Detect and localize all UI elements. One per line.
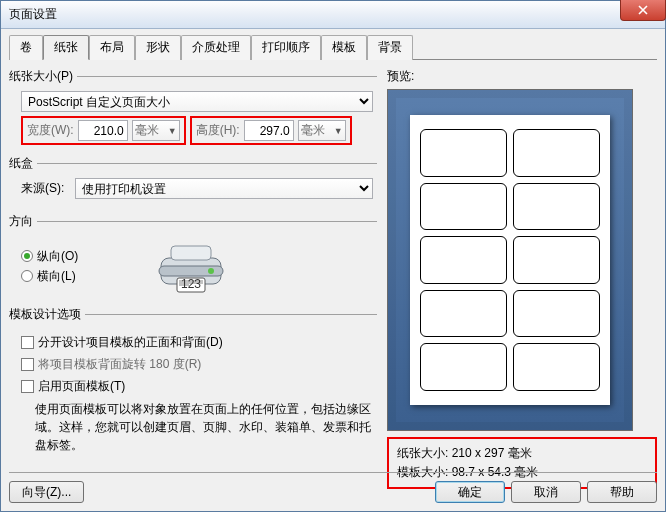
preview-box: [387, 89, 633, 431]
radio-portrait[interactable]: 纵向(O): [21, 248, 121, 265]
svg-point-3: [208, 268, 214, 274]
chk-rotate-back: 将项目模板背面旋转 180 度(R): [21, 356, 373, 373]
group-paper-size: 纸张大小(P) PostScript 自定义页面大小 宽度(W): 毫米▼ 高度…: [9, 68, 377, 147]
radio-landscape-indicator: [21, 270, 33, 282]
help-button[interactable]: 帮助: [587, 481, 657, 503]
height-input[interactable]: [244, 120, 294, 141]
template-help-text: 使用页面模板可以将对象放置在页面上的任何位置，包括边缘区域。这样，您就可以创建页…: [35, 400, 373, 454]
printer-icon: 123: [151, 236, 231, 296]
width-label: 宽度(W):: [27, 122, 74, 139]
preview-label-cell: [420, 343, 507, 391]
tab-bar: 卷 纸张 布局 形状 介质处理 打印顺序 模板 背景: [9, 35, 657, 60]
width-highlight: 宽度(W): 毫米▼: [21, 116, 186, 145]
preview-label-cell: [513, 129, 600, 177]
preview-page: [410, 115, 610, 405]
svg-text:123: 123: [181, 277, 201, 291]
tab-template[interactable]: 模板: [321, 35, 367, 60]
window-title: 页面设置: [5, 6, 57, 23]
close-button[interactable]: [620, 0, 666, 21]
radio-portrait-indicator: [21, 250, 33, 262]
width-unit-select[interactable]: 毫米▼: [132, 120, 180, 141]
height-unit-select[interactable]: 毫米▼: [298, 120, 346, 141]
paper-size-select[interactable]: PostScript 自定义页面大小: [21, 91, 373, 112]
group-tray: 纸盒 来源(S): 使用打印机设置: [9, 155, 377, 205]
height-highlight: 高度(H): 毫米▼: [190, 116, 352, 145]
template-options-label: 模板设计选项: [9, 306, 81, 323]
preview-label-cell: [420, 290, 507, 338]
height-label: 高度(H):: [196, 122, 240, 139]
preview-label-cell: [513, 290, 600, 338]
radio-landscape[interactable]: 横向(L): [21, 268, 121, 285]
chk-separate-front-back[interactable]: 分开设计项目模板的正面和背面(D): [21, 334, 373, 351]
dialog-footer: 向导(Z)... 确定 取消 帮助: [9, 472, 657, 503]
preview-label-cell: [420, 236, 507, 284]
paper-size-info: 纸张大小: 210 x 297 毫米: [397, 444, 647, 463]
ok-button[interactable]: 确定: [435, 481, 505, 503]
orientation-label: 方向: [9, 213, 33, 230]
preview-label: 预览:: [387, 68, 657, 85]
tab-media[interactable]: 介质处理: [181, 35, 251, 60]
preview-label-cell: [420, 183, 507, 231]
tab-print-order[interactable]: 打印顺序: [251, 35, 321, 60]
svg-rect-1: [171, 246, 211, 260]
close-icon: [638, 5, 648, 15]
group-template-options: 模板设计选项 分开设计项目模板的正面和背面(D) 将项目模板背面旋转 180 度…: [9, 306, 377, 456]
preview-label-cell: [513, 183, 600, 231]
source-label: 来源(S):: [21, 180, 71, 197]
tab-roll[interactable]: 卷: [9, 35, 43, 60]
paper-size-label: 纸张大小(P): [9, 68, 73, 85]
tab-shape[interactable]: 形状: [135, 35, 181, 60]
width-input[interactable]: [78, 120, 128, 141]
group-orientation: 方向 纵向(O) 横向(L): [9, 213, 377, 298]
chk-enable-page-template[interactable]: 启用页面模板(T): [21, 378, 373, 395]
tray-label: 纸盒: [9, 155, 33, 172]
cancel-button[interactable]: 取消: [511, 481, 581, 503]
preview-label-cell: [420, 129, 507, 177]
preview-label-cell: [513, 236, 600, 284]
wizard-button[interactable]: 向导(Z)...: [9, 481, 84, 503]
preview-label-cell: [513, 343, 600, 391]
page-setup-dialog: 页面设置 卷 纸张 布局 形状 介质处理 打印顺序 模板 背景 纸张大小(P) …: [0, 0, 666, 512]
tab-background[interactable]: 背景: [367, 35, 413, 60]
source-select[interactable]: 使用打印机设置: [75, 178, 373, 199]
title-bar: 页面设置: [1, 1, 665, 29]
tab-paper[interactable]: 纸张: [43, 35, 89, 60]
tab-layout[interactable]: 布局: [89, 35, 135, 60]
